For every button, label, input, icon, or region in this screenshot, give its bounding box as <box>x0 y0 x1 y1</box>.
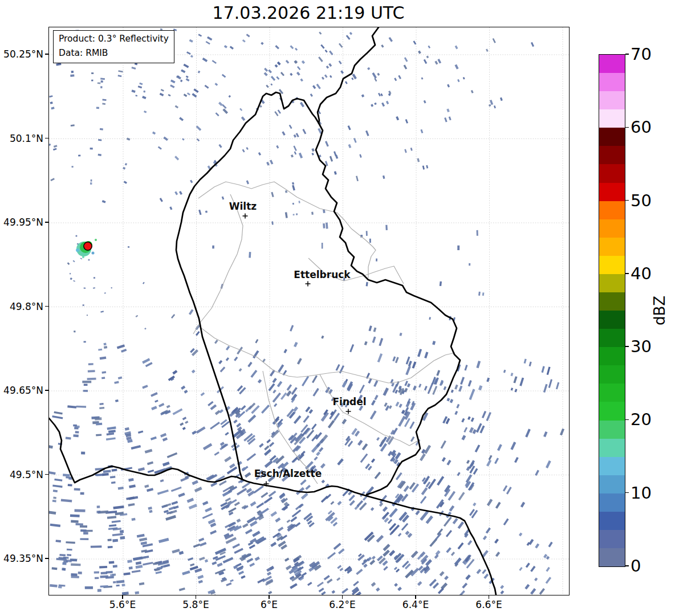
colorbar-axis-label: dBZ <box>650 291 669 331</box>
radar-echo <box>179 117 184 121</box>
radar-echo <box>302 60 305 64</box>
city-label: Findel <box>332 396 366 407</box>
radar-echo <box>70 558 77 561</box>
colorbar-segment <box>599 292 625 311</box>
radar-echo <box>451 390 454 393</box>
radar-echo <box>54 479 62 482</box>
radar-echo <box>224 456 231 463</box>
radar-echo <box>83 532 88 535</box>
radar-echo <box>70 75 74 77</box>
radar-echo <box>556 382 559 390</box>
radar-echo <box>148 470 154 473</box>
radar-echo <box>292 185 295 191</box>
lon-tick-mark <box>196 595 197 599</box>
radar-echo <box>50 584 58 588</box>
radar-echo <box>160 198 163 202</box>
radar-echo <box>514 457 519 463</box>
radar-echo <box>457 246 460 250</box>
radar-echo <box>80 492 84 495</box>
radar-echo <box>503 370 506 373</box>
radar-echo <box>71 573 77 576</box>
radar-echo <box>54 411 62 415</box>
radar-echo <box>292 182 294 185</box>
radar-echo <box>338 548 345 554</box>
radar-echo <box>463 427 467 433</box>
radar-echo <box>397 587 402 591</box>
radar-echo <box>276 145 279 149</box>
colorbar-segment <box>599 347 625 365</box>
radar-echo <box>132 570 141 573</box>
radar-echo <box>168 94 171 96</box>
radar-echo <box>234 548 243 554</box>
radar-echo <box>108 430 116 433</box>
colorbar <box>599 54 625 567</box>
radar-echo <box>535 544 539 549</box>
radar-echo <box>539 588 545 595</box>
radar-echo <box>302 376 309 386</box>
radar-echo <box>296 72 300 76</box>
radar-echo <box>473 503 476 507</box>
radar-echo <box>276 76 279 80</box>
radar-echo <box>232 544 240 549</box>
radar-echo <box>341 419 347 425</box>
radar-echo <box>98 349 102 351</box>
radar-echo <box>125 427 129 431</box>
radar-echo <box>110 574 114 577</box>
radar-echo <box>325 141 329 146</box>
radar-echo <box>242 482 250 489</box>
radar-echo <box>290 516 297 522</box>
radar-clutter-blob <box>95 239 97 241</box>
radar-echo <box>546 460 551 468</box>
radar-echo <box>50 178 55 181</box>
radar-echo <box>372 336 376 343</box>
radar-echo <box>291 456 298 463</box>
radar-echo <box>143 282 145 284</box>
radar-echo <box>451 552 455 556</box>
radar-echo <box>345 81 348 84</box>
radar-echo <box>193 544 201 548</box>
radar-echo <box>542 366 545 373</box>
radar-echo <box>500 590 504 594</box>
radar-echo <box>305 485 311 490</box>
radar-echo <box>179 588 185 591</box>
radar-echo <box>99 407 104 409</box>
radar-echo <box>172 549 180 553</box>
radar-echo <box>399 403 402 407</box>
radar-echo <box>249 562 255 567</box>
radar-echo <box>399 333 402 336</box>
radar-echo <box>114 381 119 384</box>
radar-echo <box>261 42 263 44</box>
radar-echo <box>142 358 150 364</box>
radar-echo <box>310 93 313 97</box>
canton-border <box>201 328 455 383</box>
radar-echo <box>476 361 481 368</box>
radar-echo <box>91 80 93 81</box>
radar-echo <box>384 402 387 407</box>
radar-echo <box>432 386 437 395</box>
radar-echo <box>396 116 399 120</box>
radar-echo <box>58 586 62 588</box>
radar-echo <box>84 341 86 342</box>
colorbar-tick-mark <box>625 54 629 55</box>
radar-echo <box>468 380 472 386</box>
lat-tick-label: 49.8°N <box>0 301 43 312</box>
radar-echo <box>112 539 118 542</box>
radar-echo <box>111 287 112 289</box>
radar-echo <box>398 533 402 537</box>
radar-echo <box>424 445 431 454</box>
radar-echo <box>422 165 425 169</box>
radar-echo <box>454 64 458 70</box>
radar-echo <box>356 569 363 575</box>
radar-echo <box>340 70 344 74</box>
radar-echo <box>118 70 123 72</box>
radar-echo <box>52 567 58 570</box>
radar-echo <box>234 357 238 361</box>
radar-echo <box>369 239 371 243</box>
radar-echo <box>223 557 234 563</box>
radar-echo <box>90 148 93 149</box>
radar-echo <box>424 59 427 64</box>
radar-echo <box>141 556 149 559</box>
city-label: Esch/Alzette <box>254 468 322 479</box>
radar-echo <box>162 438 168 442</box>
radar-echo <box>101 377 105 379</box>
